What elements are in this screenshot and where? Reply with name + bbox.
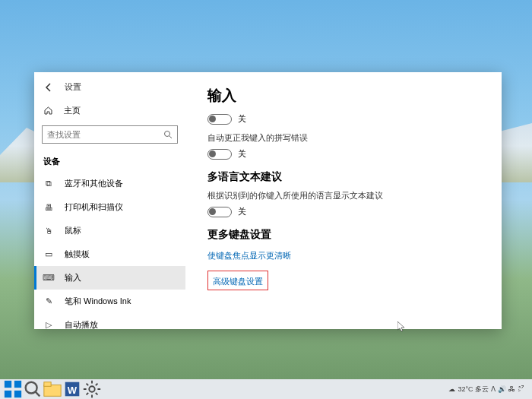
- category-heading: 设备: [34, 151, 185, 172]
- sidebar-home[interactable]: 主页: [34, 100, 185, 121]
- taskbar-settings[interactable]: [82, 381, 102, 397]
- toggle-3[interactable]: [207, 207, 232, 217]
- tray-ime-icon[interactable]: ㍐: [518, 385, 524, 393]
- toggle-row: 关: [207, 206, 480, 217]
- weather-icon: ☁: [448, 385, 455, 393]
- home-icon: [43, 106, 53, 116]
- section-heading: 多语言文本建议: [207, 170, 480, 184]
- setting-desc: 根据识别到的你键入所使用的语言显示文本建议: [207, 190, 480, 201]
- nav-touchpad[interactable]: ▭触摸板: [34, 242, 185, 266]
- toggle-row: 关: [207, 113, 480, 125]
- sidebar: 设置 主页 设备 ⧉蓝牙和其他设备 🖶打印机和扫描仪 🖱鼠标 ▭触摸板 ⌨输入 …: [34, 72, 186, 329]
- nav-label: 笔和 Windows Ink: [65, 296, 131, 307]
- toggle-knob: [209, 150, 216, 157]
- setting-desc: 自动更正我键入的拼写错误: [207, 132, 480, 144]
- svg-text:W: W: [68, 385, 78, 396]
- nav-autoplay[interactable]: ▷自动播放: [34, 313, 185, 329]
- back-button[interactable]: [43, 82, 54, 93]
- svg-point-10: [89, 386, 94, 391]
- highlight-box: 高级键盘设置: [207, 271, 268, 290]
- search-box[interactable]: [42, 125, 178, 144]
- toggle-knob: [209, 208, 216, 215]
- nav-label: 打印机和扫描仪: [65, 201, 123, 213]
- nav-mouse[interactable]: 🖱鼠标: [34, 219, 185, 242]
- taskbar-explorer[interactable]: [43, 381, 62, 397]
- toggle-state: 关: [238, 148, 246, 160]
- nav-pen[interactable]: ✎笔和 Windows Ink: [34, 290, 185, 313]
- mouse-icon: 🖱: [43, 226, 54, 236]
- window-title: 设置: [65, 81, 81, 93]
- toggle-1[interactable]: [207, 114, 232, 125]
- svg-rect-3: [5, 391, 11, 397]
- nav-label: 输入: [65, 272, 81, 283]
- tray-chevron-icon[interactable]: ᐱ: [491, 385, 496, 393]
- nav-typing[interactable]: ⌨输入: [34, 266, 185, 290]
- weather-text: 32°C 多云: [458, 385, 489, 394]
- printer-icon: 🖶: [43, 202, 54, 213]
- nav-bluetooth[interactable]: ⧉蓝牙和其他设备: [34, 172, 185, 195]
- content-pane: 输入 关 自动更正我键入的拼写错误 关 多语言文本建议 根据识别到的你键入所使用…: [186, 72, 502, 329]
- svg-point-5: [26, 382, 37, 394]
- svg-rect-2: [14, 381, 21, 388]
- taskbar-word[interactable]: W: [62, 381, 82, 397]
- search-icon: [163, 130, 173, 139]
- system-tray[interactable]: ☁ 32°C 多云 ᐱ 🔊 🖧 ㍐: [448, 385, 529, 394]
- link-focus[interactable]: 使键盘焦点显示更清晰: [207, 250, 291, 261]
- toggle-state: 关: [238, 206, 246, 217]
- toggle-knob: [209, 116, 216, 122]
- nav-label: 蓝牙和其他设备: [65, 178, 123, 189]
- link-advanced-keyboard[interactable]: 高级键盘设置: [213, 276, 263, 287]
- nav-list: ⧉蓝牙和其他设备 🖶打印机和扫描仪 🖱鼠标 ▭触摸板 ⌨输入 ✎笔和 Windo…: [34, 172, 185, 329]
- pen-icon: ✎: [43, 296, 54, 307]
- taskbar-search[interactable]: [23, 381, 43, 397]
- window-header: 设置: [34, 78, 185, 100]
- svg-rect-1: [5, 381, 11, 388]
- toggle-2[interactable]: [207, 149, 232, 160]
- nav-label: 自动播放: [65, 319, 98, 329]
- svg-rect-7: [44, 382, 51, 387]
- svg-rect-4: [14, 391, 21, 397]
- svg-point-0: [165, 131, 170, 137]
- home-label: 主页: [64, 105, 81, 116]
- nav-label: 鼠标: [65, 225, 81, 236]
- toggle-row: 关: [207, 148, 480, 160]
- autoplay-icon: ▷: [43, 320, 54, 330]
- nav-label: 触摸板: [65, 249, 90, 260]
- taskbar: W ☁ 32°C 多云 ᐱ 🔊 🖧 ㍐: [0, 379, 532, 399]
- section-heading: 更多键盘设置: [207, 228, 480, 242]
- settings-window: 设置 主页 设备 ⧉蓝牙和其他设备 🖶打印机和扫描仪 🖱鼠标 ▭触摸板 ⌨输入 …: [34, 72, 502, 329]
- bluetooth-icon: ⧉: [43, 179, 54, 189]
- keyboard-icon: ⌨: [43, 273, 54, 283]
- start-button[interactable]: [3, 381, 23, 397]
- touchpad-icon: ▭: [43, 249, 54, 260]
- search-input[interactable]: [47, 130, 163, 139]
- toggle-state: 关: [238, 113, 246, 125]
- tray-network-icon[interactable]: 🖧: [508, 385, 515, 393]
- tray-volume-icon[interactable]: 🔊: [498, 385, 506, 393]
- nav-printers[interactable]: 🖶打印机和扫描仪: [34, 195, 185, 219]
- page-title: 输入: [207, 86, 480, 106]
